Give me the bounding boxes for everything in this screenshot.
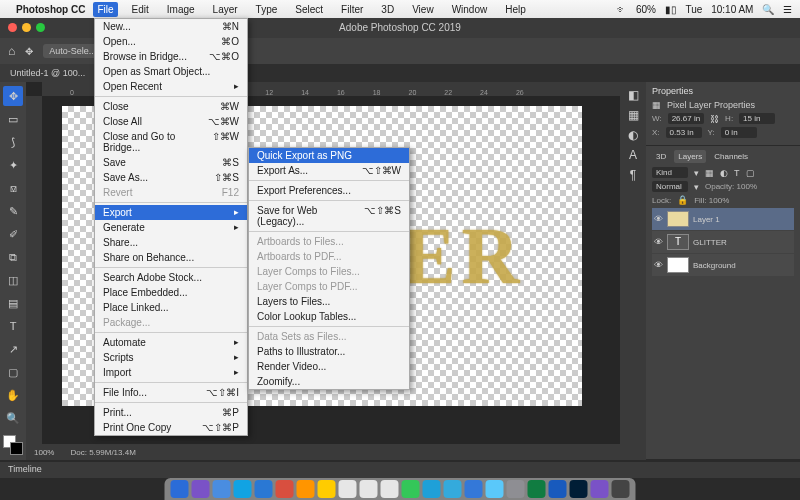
character-panel-icon[interactable]: A (629, 148, 637, 162)
marquee-tool[interactable]: ▭ (3, 109, 23, 129)
file-menu-item[interactable]: Browse in Bridge...⌥⌘O (95, 49, 247, 64)
spotlight-icon[interactable]: 🔍 (762, 4, 774, 15)
layer-row[interactable]: 👁Layer 1 (652, 208, 794, 230)
dock-app[interactable] (507, 480, 525, 498)
dock-app[interactable] (486, 480, 504, 498)
brush-tool[interactable]: ✐ (3, 224, 23, 244)
file-menu-item[interactable]: Search Adobe Stock... (95, 270, 247, 285)
lasso-tool[interactable]: ⟆ (3, 132, 23, 152)
menu-select[interactable]: Select (291, 2, 327, 17)
file-menu-item[interactable]: Place Linked... (95, 300, 247, 315)
filter-img-icon[interactable]: ▦ (705, 168, 714, 178)
file-menu-item[interactable]: Close⌘W (95, 99, 247, 114)
file-menu-item[interactable]: Open as Smart Object... (95, 64, 247, 79)
layers-tab[interactable]: Layers (674, 150, 706, 163)
export-menu-item[interactable]: Export As...⌥⇧⌘W (249, 163, 409, 178)
prop-width[interactable]: 26.67 in (668, 113, 704, 124)
file-menu-item[interactable]: Export (95, 205, 247, 220)
file-menu-item[interactable]: Share... (95, 235, 247, 250)
paragraph-panel-icon[interactable]: ¶ (630, 168, 636, 182)
file-menu-item[interactable]: Close All⌥⌘W (95, 114, 247, 129)
file-menu-item[interactable]: Open...⌘O (95, 34, 247, 49)
layer-filter-kind[interactable]: Kind (652, 167, 688, 178)
eyedropper-tool[interactable]: ✎ (3, 201, 23, 221)
adjustments-panel-icon[interactable]: ◐ (628, 128, 638, 142)
menu-file[interactable]: File (93, 2, 117, 17)
file-menu-item[interactable]: Share on Behance... (95, 250, 247, 265)
export-menu-item[interactable]: Render Video... (249, 359, 409, 374)
crop-tool[interactable]: ⟏ (3, 178, 23, 198)
menu-window[interactable]: Window (448, 2, 492, 17)
visibility-icon[interactable]: 👁 (654, 214, 663, 224)
home-icon[interactable]: ⌂ (8, 44, 15, 58)
prop-y[interactable]: 0 in (721, 127, 757, 138)
dock-app[interactable] (423, 480, 441, 498)
file-menu-item[interactable]: New...⌘N (95, 19, 247, 34)
file-menu-item[interactable]: File Info...⌥⇧⌘I (95, 385, 247, 400)
layer-row[interactable]: 👁TGLITTER (652, 231, 794, 253)
dock-app[interactable] (402, 480, 420, 498)
dock-app[interactable] (318, 480, 336, 498)
visibility-icon[interactable]: 👁 (654, 260, 663, 270)
notifications-icon[interactable]: ☰ (783, 4, 792, 15)
dock-app[interactable] (612, 480, 630, 498)
minimize-window-button[interactable] (22, 23, 31, 32)
type-tool[interactable]: T (3, 316, 23, 336)
file-menu-item[interactable]: Save As...⇧⌘S (95, 170, 247, 185)
dock-app[interactable] (591, 480, 609, 498)
dock-app[interactable] (528, 480, 546, 498)
zoom-level[interactable]: 100% (34, 448, 54, 457)
timeline-panel[interactable]: Timeline (0, 462, 800, 478)
dock-app[interactable] (192, 480, 210, 498)
prop-x[interactable]: 0.53 in (666, 127, 702, 138)
filter-adj-icon[interactable]: ◐ (720, 168, 728, 178)
layers-tab[interactable]: 3D (652, 150, 670, 163)
filter-txt-icon[interactable]: T (734, 168, 740, 178)
dock-app[interactable] (339, 480, 357, 498)
export-menu-item[interactable]: Quick Export as PNG (249, 148, 409, 163)
export-menu-item[interactable]: Color Lookup Tables... (249, 309, 409, 324)
move-tool[interactable]: ✥ (3, 86, 23, 106)
layer-row[interactable]: 👁Background (652, 254, 794, 276)
dock-app[interactable] (276, 480, 294, 498)
file-menu-item[interactable]: Import (95, 365, 247, 380)
dock-app[interactable] (171, 480, 189, 498)
opacity-label[interactable]: Opacity: 100% (705, 182, 757, 191)
dock-app[interactable] (549, 480, 567, 498)
file-menu-item[interactable]: Close and Go to Bridge...⇧⌘W (95, 129, 247, 155)
hand-tool[interactable]: ✋ (3, 385, 23, 405)
file-menu-item[interactable]: Print One Copy⌥⇧⌘P (95, 420, 247, 435)
dock-app[interactable] (381, 480, 399, 498)
visibility-icon[interactable]: 👁 (654, 237, 663, 247)
eraser-tool[interactable]: ◫ (3, 270, 23, 290)
color-swatches[interactable] (3, 435, 23, 455)
color-panel-icon[interactable]: ◧ (628, 88, 639, 102)
menu-type[interactable]: Type (252, 2, 282, 17)
file-menu-item[interactable]: Scripts (95, 350, 247, 365)
export-menu-item[interactable]: Zoomify... (249, 374, 409, 389)
menu-edit[interactable]: Edit (128, 2, 153, 17)
dock-app[interactable] (570, 480, 588, 498)
path-tool[interactable]: ↗ (3, 339, 23, 359)
wand-tool[interactable]: ✦ (3, 155, 23, 175)
blend-mode[interactable]: Normal (652, 181, 688, 192)
file-menu-item[interactable]: Open Recent (95, 79, 247, 94)
lock-icon[interactable]: 🔒 (677, 195, 688, 205)
menu-help[interactable]: Help (501, 2, 530, 17)
file-menu-item[interactable]: Print...⌘P (95, 405, 247, 420)
stamp-tool[interactable]: ⧉ (3, 247, 23, 267)
dock-app[interactable] (297, 480, 315, 498)
dock-app[interactable] (213, 480, 231, 498)
dock-app[interactable] (444, 480, 462, 498)
fill-label[interactable]: Fill: 100% (694, 196, 729, 205)
link-icon[interactable]: ⛓ (710, 114, 719, 124)
filter-shape-icon[interactable]: ▢ (746, 168, 755, 178)
wifi-icon[interactable]: ᯤ (617, 4, 627, 15)
shape-tool[interactable]: ▢ (3, 362, 23, 382)
menu-filter[interactable]: Filter (337, 2, 367, 17)
dock-app[interactable] (360, 480, 378, 498)
dock-app[interactable] (234, 480, 252, 498)
gradient-tool[interactable]: ▤ (3, 293, 23, 313)
document-tab[interactable]: Untitled-1 @ 100... (0, 64, 95, 82)
dock-app[interactable] (465, 480, 483, 498)
